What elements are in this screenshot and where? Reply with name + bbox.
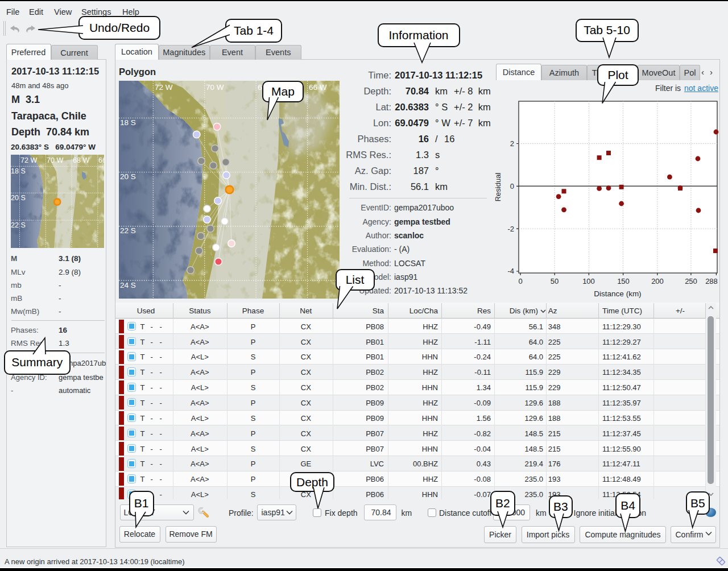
svg-text:0: 0 [518,277,522,286]
svg-text:150: 150 [617,277,630,286]
svg-text:20 S: 20 S [11,194,26,202]
svg-text:2: 2 [510,139,514,148]
svg-text:200: 200 [651,277,664,286]
svg-text:-2: -2 [507,225,514,233]
svg-text:24 S: 24 S [120,281,136,289]
svg-text:288: 288 [705,277,718,286]
svg-text:72 W: 72 W [155,83,173,92]
svg-text:0: 0 [510,182,514,191]
svg-text:Distance (km): Distance (km) [594,289,641,298]
svg-text:72 W: 72 W [20,156,37,164]
svg-text:Residual: Residual [494,173,502,202]
svg-text:70 W: 70 W [206,83,224,92]
svg-text:100: 100 [582,277,595,286]
svg-text:66: 66 [98,156,104,164]
svg-text:50: 50 [551,277,559,286]
svg-text:22 S: 22 S [120,226,136,235]
svg-text:20 S: 20 S [120,172,136,181]
svg-text:18 S: 18 S [11,167,26,175]
svg-text:-4: -4 [507,267,514,275]
svg-text:250: 250 [685,277,697,286]
svg-text:22 S: 22 S [11,221,26,229]
svg-text:18 S: 18 S [120,118,136,127]
svg-text:68 W: 68 W [73,156,89,164]
svg-text:70 W: 70 W [47,156,63,164]
